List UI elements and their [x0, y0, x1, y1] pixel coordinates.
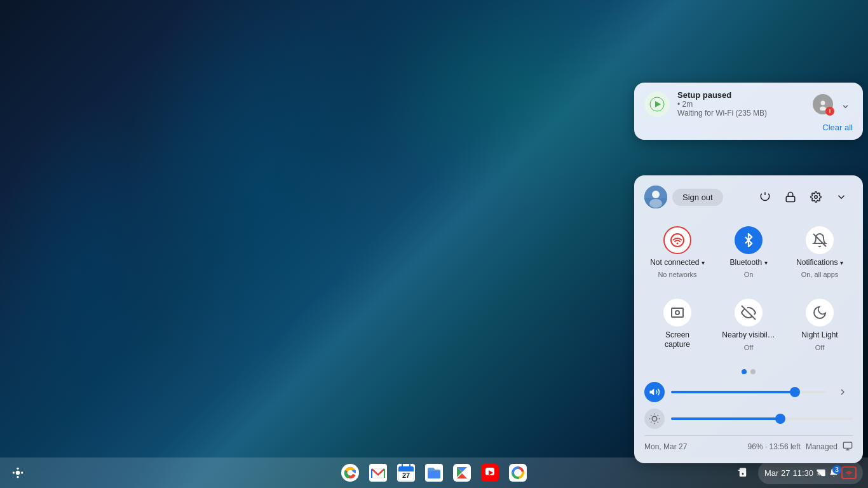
- notification-item: Setup paused • 2m Waiting for Wi-Fi (235…: [644, 90, 853, 118]
- notification-avatar-badge: !: [825, 107, 834, 116]
- launcher-button[interactable]: [5, 460, 31, 485]
- svg-marker-18: [650, 389, 654, 396]
- nearby-visibility-sublabel: Off: [744, 344, 753, 351]
- notification-avatar[interactable]: !: [813, 94, 833, 114]
- pagination-dots: [644, 369, 853, 374]
- taskbar-apps: 27: [337, 460, 531, 485]
- notification-expand-button[interactable]: ⌄: [838, 95, 853, 114]
- svg-line-27: [658, 415, 658, 416]
- screen-capture-label: Screencapture: [665, 330, 690, 349]
- svg-rect-14: [672, 308, 683, 317]
- svg-rect-28: [843, 442, 851, 448]
- power-button[interactable]: [754, 186, 776, 208]
- svg-point-12: [677, 243, 679, 245]
- svg-rect-16: [675, 308, 679, 309]
- brightness-slider-row: [644, 409, 853, 429]
- notification-badge: 3: [832, 465, 841, 474]
- quick-toggles-grid: Not connected ▾ No networks Bluetooth ▾ …: [644, 219, 853, 359]
- dot-1[interactable]: [742, 369, 747, 374]
- notification-app-icon: [644, 92, 670, 117]
- svg-point-35: [17, 476, 18, 478]
- svg-point-15: [675, 311, 679, 315]
- notifications-label: Notifications ▾: [796, 258, 843, 267]
- svg-line-23: [658, 422, 658, 423]
- svg-line-22: [651, 415, 651, 416]
- taskbar-app-gmail[interactable]: [365, 460, 391, 485]
- tray-date: Mar 27: [764, 468, 790, 478]
- svg-rect-8: [644, 198, 667, 208]
- tray-wifi-area: [841, 466, 857, 479]
- notification-count-area: 3: [829, 468, 839, 478]
- footer-managed-label: Managed: [806, 442, 837, 451]
- footer-battery: 96% · 13:56 left: [748, 442, 801, 451]
- taskbar-app-play-store[interactable]: [449, 460, 475, 485]
- svg-point-38: [348, 471, 353, 475]
- quick-settings-header: Sign out: [644, 186, 853, 208]
- volume-slider-row: [644, 382, 853, 402]
- wifi-label: Not connected ▾: [650, 258, 705, 267]
- brightness-icon: [644, 409, 665, 429]
- settings-button[interactable]: [804, 186, 827, 208]
- svg-point-52: [516, 471, 520, 475]
- volume-icon[interactable]: [644, 382, 665, 402]
- taskbar-app-youtube[interactable]: [477, 460, 503, 485]
- bluetooth-label: Bluetooth ▾: [729, 258, 767, 267]
- bluetooth-toggle[interactable]: Bluetooth ▾ On: [715, 219, 782, 286]
- taskbar-app-calendar[interactable]: 27: [393, 460, 419, 485]
- cast-button[interactable]: [731, 461, 754, 484]
- screen-capture-toggle[interactable]: Screencapture: [644, 291, 710, 358]
- volume-slider[interactable]: [671, 391, 826, 393]
- quick-settings-footer: Mon, Mar 27 96% · 13:56 left Managed: [644, 435, 853, 453]
- clear-all-button[interactable]: Clear all: [822, 123, 853, 132]
- svg-point-31: [16, 471, 20, 475]
- notification-title: Setup paused: [677, 90, 805, 100]
- svg-text:27: 27: [402, 471, 410, 479]
- taskbar-app-photos[interactable]: [505, 460, 531, 485]
- user-avatar[interactable]: [644, 186, 667, 208]
- svg-point-10: [815, 196, 818, 199]
- taskbar-left: [5, 460, 31, 485]
- svg-point-19: [652, 416, 657, 421]
- tray-time: 11:30: [792, 468, 813, 478]
- svg-point-34: [17, 468, 18, 470]
- expand-button[interactable]: [830, 186, 853, 208]
- night-light-toggle[interactable]: Night Light Off: [787, 291, 853, 358]
- brightness-slider[interactable]: [671, 417, 853, 420]
- footer-date: Mon, Mar 27: [644, 442, 687, 451]
- wifi-sublabel: No networks: [658, 271, 696, 278]
- svg-point-32: [13, 471, 15, 473]
- notifications-sublabel: On, all apps: [801, 271, 839, 278]
- notifications-toggle[interactable]: Notifications ▾ On, all apps: [787, 219, 853, 286]
- bluetooth-sublabel: On: [744, 271, 754, 278]
- notification-actions: ! ⌄: [813, 94, 853, 114]
- lock-button[interactable]: [779, 186, 802, 208]
- notifications-icon: [806, 226, 834, 254]
- taskbar-app-chrome[interactable]: [337, 460, 363, 485]
- notification-subtitle: Waiting for Wi-Fi (235 MB): [677, 109, 805, 118]
- svg-point-3: [821, 100, 825, 105]
- wifi-toggle[interactable]: Not connected ▾ No networks: [644, 219, 710, 286]
- nearby-visibility-toggle[interactable]: Nearby visibil… Off: [715, 291, 782, 358]
- header-icons: [754, 186, 853, 208]
- footer-managed-icon: [843, 441, 853, 453]
- night-light-sublabel: Off: [815, 344, 824, 351]
- night-light-label: Night Light: [801, 330, 837, 339]
- screen-capture-icon: [663, 299, 691, 327]
- notification-clear-row: Clear all: [644, 123, 853, 132]
- nearby-visibility-label: Nearby visibil…: [722, 330, 775, 339]
- taskbar-tray: Mar 27 11:30 3: [731, 461, 863, 484]
- dot-2[interactable]: [750, 369, 756, 374]
- svg-point-6: [652, 191, 660, 198]
- notification-time: • 2m: [677, 100, 693, 109]
- svg-line-26: [651, 422, 651, 423]
- taskbar-app-files[interactable]: [421, 460, 447, 485]
- night-light-icon: [806, 299, 834, 327]
- system-tray-area[interactable]: Mar 27 11:30 3: [758, 461, 863, 484]
- svg-rect-9: [786, 196, 795, 201]
- svg-point-54: [848, 474, 850, 475]
- volume-expand-button[interactable]: [832, 382, 853, 402]
- tray-cast-icon: [816, 468, 826, 478]
- notification-panel: Setup paused • 2m Waiting for Wi-Fi (235…: [634, 83, 863, 140]
- sign-out-button[interactable]: Sign out: [672, 189, 723, 206]
- notification-content: Setup paused • 2m Waiting for Wi-Fi (235…: [677, 90, 805, 118]
